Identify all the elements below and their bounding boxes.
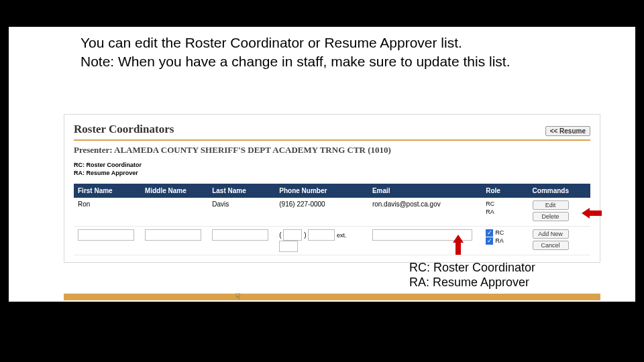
cell-last: Davis [208,198,275,227]
add-new-button[interactable]: Add New [533,229,569,239]
arrow-icon [451,235,465,255]
resume-button[interactable]: << Resume [545,126,590,136]
heading-line-1: You can edit the Roster Coordinator or R… [80,34,564,52]
rc-checkbox-label: RC [495,229,504,236]
col-first: First Name [74,184,141,198]
panel-title: Roster Coordinators [74,123,174,136]
col-phone: Phone Number [275,184,368,198]
first-name-input[interactable] [78,229,134,241]
annotation-ra: RA: Resume Approver [409,276,535,290]
ra-checkbox[interactable]: ✓ [486,237,493,245]
col-role: Role [482,184,528,198]
arrow-icon [582,206,602,220]
annotation-rc: RC: Roster Coordinator [409,261,535,276]
presenter-name: ALAMEDA COUNTY SHERIFF'S DEPT ACADEMY TR… [114,145,391,155]
cursor-icon: ☟ [235,291,241,302]
table-input-row: ( ) ext. ✓RC ✓RA [74,227,590,255]
annotation-block: RC: Roster Coordinator RA: Resume Approv… [409,261,535,290]
ra-checkbox-label: RA [495,237,504,244]
legend-block: RC: Roster Coordinator RA: Resume Approv… [74,158,590,184]
phone-ext-input[interactable] [279,241,298,252]
cell-role-ra: RA [486,208,524,216]
legend-ra: RA: Resume Approver [74,169,590,177]
rc-checkbox[interactable]: ✓ [486,229,493,237]
col-commands: Commands [529,184,590,198]
cell-role-rc: RC [486,200,524,208]
legend-rc: RC: Roster Coordinator [74,161,590,169]
cell-first: Ron [74,198,141,227]
cell-email: ron.davis@post.ca.gov [368,198,482,227]
col-email: Email [368,184,482,198]
edit-button[interactable]: Edit [533,200,569,210]
heading-line-2: Note: When you have a change in staff, m… [80,52,564,71]
accent-bar [64,294,600,300]
phone-num-input[interactable] [308,229,335,241]
ext-label: ext. [337,232,347,239]
cell-middle [141,198,208,227]
presenter-label: Presenter: [74,145,113,155]
slide-heading: You can edit the Roster Coordinator or R… [80,34,564,72]
roster-table: First Name Middle Name Last Name Phone N… [74,184,590,255]
middle-name-input[interactable] [145,229,201,241]
col-last: Last Name [208,184,275,198]
cancel-button[interactable]: Cancel [533,241,569,250]
cell-phone: (916) 227-0000 [275,198,368,227]
roster-panel: Roster Coordinators << Resume Presenter:… [64,114,600,263]
phone-area-input[interactable] [283,229,302,241]
table-row: Ron Davis (916) 227-0000 ron.davis@post.… [74,198,590,227]
svg-marker-1 [453,235,464,255]
delete-button[interactable]: Delete [533,212,569,221]
svg-marker-0 [582,208,602,219]
col-middle: Middle Name [141,184,208,198]
last-name-input[interactable] [212,229,268,241]
